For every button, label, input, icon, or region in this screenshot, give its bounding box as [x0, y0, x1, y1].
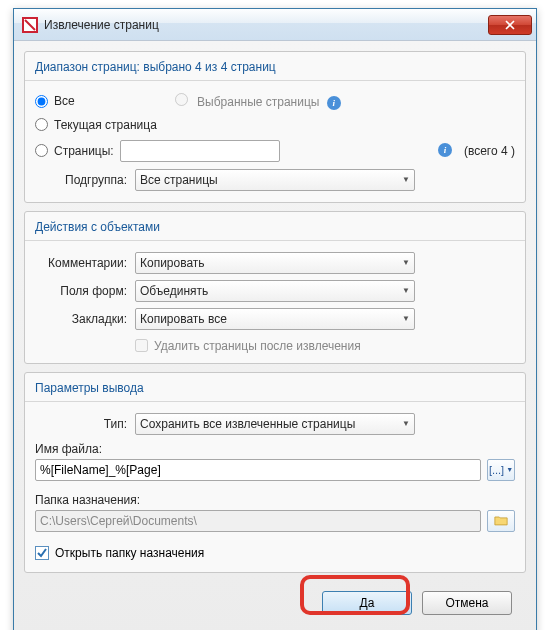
- close-icon: [505, 20, 515, 30]
- destination-input: [35, 510, 481, 532]
- filename-input[interactable]: [35, 459, 481, 481]
- output-header: Параметры вывода: [25, 373, 525, 401]
- dialog-window: Извлечение страниц Диапазон страниц: выб…: [13, 8, 537, 630]
- radio-pages-label: Страницы:: [54, 144, 114, 158]
- subgroup-label: Подгруппа:: [35, 173, 135, 187]
- chevron-down-icon: ▼: [402, 419, 410, 428]
- comments-value: Копировать: [140, 256, 205, 270]
- radio-current-page[interactable]: [35, 118, 48, 131]
- macro-icon: [...]: [489, 464, 504, 476]
- type-combo[interactable]: Сохранить все извлеченные страницы ▼: [135, 413, 415, 435]
- ok-button[interactable]: Да: [322, 591, 412, 615]
- comments-label: Комментарии:: [35, 256, 135, 270]
- page-range-header: Диапазон страниц: выбрано 4 из 4 страниц: [25, 52, 525, 80]
- pages-input[interactable]: [120, 140, 280, 162]
- radio-current-label: Текущая страница: [54, 118, 157, 132]
- subgroup-value: Все страницы: [140, 173, 218, 187]
- titlebar: Извлечение страниц: [14, 9, 536, 41]
- chevron-down-icon: ▼: [506, 466, 513, 473]
- type-label: Тип:: [35, 417, 135, 431]
- chevron-down-icon: ▼: [402, 314, 410, 323]
- forms-label: Поля форм:: [35, 284, 135, 298]
- destination-label: Папка назначения:: [35, 493, 515, 507]
- delete-after-checkbox: [135, 339, 148, 352]
- page-range-group: Диапазон страниц: выбрано 4 из 4 страниц…: [24, 51, 526, 203]
- bookmarks-label: Закладки:: [35, 312, 135, 326]
- cancel-button[interactable]: Отмена: [422, 591, 512, 615]
- radio-all-label: Все: [54, 94, 75, 108]
- check-icon: [36, 547, 48, 559]
- forms-value: Объединять: [140, 284, 208, 298]
- dialog-content: Диапазон страниц: выбрано 4 из 4 страниц…: [14, 41, 536, 630]
- delete-after-label: Удалить страницы после извлечения: [154, 339, 361, 353]
- browse-button[interactable]: [487, 510, 515, 532]
- open-destination-label: Открыть папку назначения: [55, 546, 204, 560]
- folder-icon: [494, 515, 508, 526]
- output-group: Параметры вывода Тип: Сохранить все извл…: [24, 372, 526, 573]
- info-icon[interactable]: i: [438, 143, 452, 157]
- radio-selected-pages: [175, 93, 188, 106]
- info-icon[interactable]: i: [327, 96, 341, 110]
- chevron-down-icon: ▼: [402, 258, 410, 267]
- comments-combo[interactable]: Копировать ▼: [135, 252, 415, 274]
- macro-button[interactable]: [...]▼: [487, 459, 515, 481]
- actions-group: Действия с объектами Комментарии: Копиро…: [24, 211, 526, 364]
- bookmarks-value: Копировать все: [140, 312, 227, 326]
- app-icon: [22, 17, 38, 33]
- actions-header: Действия с объектами: [25, 212, 525, 240]
- filename-label: Имя файла:: [35, 442, 515, 456]
- window-title: Извлечение страниц: [44, 18, 488, 32]
- open-destination-checkbox[interactable]: [35, 546, 49, 560]
- pages-total: (всего 4 ): [464, 144, 515, 158]
- type-value: Сохранить все извлеченные страницы: [140, 417, 355, 431]
- forms-combo[interactable]: Объединять ▼: [135, 280, 415, 302]
- radio-pages[interactable]: [35, 144, 48, 157]
- close-button[interactable]: [488, 15, 532, 35]
- bookmarks-combo[interactable]: Копировать все ▼: [135, 308, 415, 330]
- chevron-down-icon: ▼: [402, 286, 410, 295]
- chevron-down-icon: ▼: [402, 175, 410, 184]
- dialog-footer: Да Отмена: [24, 581, 526, 629]
- subgroup-combo[interactable]: Все страницы ▼: [135, 169, 415, 191]
- radio-all-pages[interactable]: [35, 95, 48, 108]
- radio-selected-label: Выбранные страницы: [197, 95, 319, 109]
